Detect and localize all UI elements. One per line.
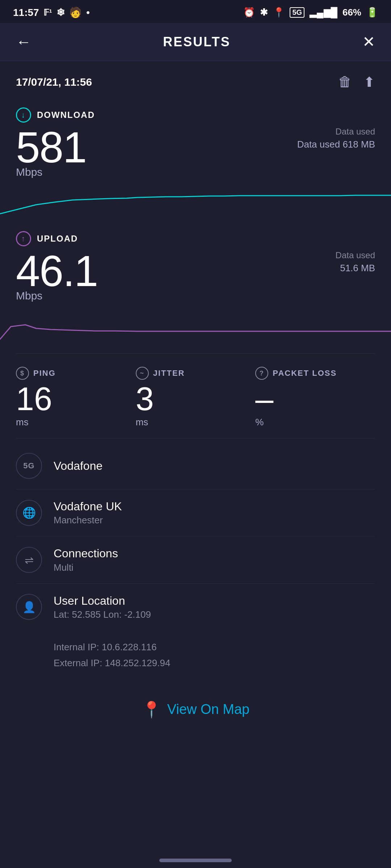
upload-graph [16,305,375,345]
close-button[interactable]: ✕ [362,33,375,51]
date-actions: 🗑 ⬆ [338,74,375,90]
packet-loss-icon: ? [255,367,268,380]
isp-row: 🌐 Vodafone UK Manchester [16,489,375,536]
result-date: 17/07/21, 11:56 [16,76,92,88]
download-graph [16,181,375,221]
time-display: 11:57 [13,7,39,18]
status-left: 11:57 𝔽¹ ❄ 🧑 ● [13,7,90,18]
share-button[interactable]: ⬆ [363,74,375,90]
connections-label: Connections [54,546,118,560]
carrier-name: Vodafone [54,459,102,473]
location-icon: 📍 [273,7,285,18]
ping-value: 16 [16,383,136,415]
ping-icon: $ [16,367,29,380]
bluetooth-icon: ✱ [260,7,268,18]
alarm-icon: ⏰ [243,7,255,18]
packet-loss-value: – [255,383,375,415]
ping-metric: $ PING 16 ms [16,367,136,428]
jitter-icon: ~ [136,367,149,380]
5g-status-icon: 5G [290,7,304,18]
upload-label: ↑ UPLOAD [16,231,375,246]
view-on-map-label: View On Map [167,702,249,717]
download-icon: ↓ [16,107,31,123]
map-pin-icon: 📍 [142,700,161,719]
connections-value: Multi [54,562,118,573]
signal-icon: ▂▄▆█ [310,7,337,18]
main-content: 17/07/21, 11:56 🗑 ⬆ ↓ DOWNLOAD 581 Mbps … [0,61,391,748]
download-label: ↓ DOWNLOAD [16,107,375,123]
battery-icon: 🔋 [366,7,378,18]
connections-icon: ⇌ [16,547,42,573]
connections-row: ⇌ Connections Multi [16,536,375,583]
date-row: 17/07/21, 11:56 🗑 ⬆ [16,61,375,100]
external-ip: External IP: 148.252.129.94 [54,655,375,671]
view-on-map-button[interactable]: 📍 View On Map [16,683,375,748]
jitter-value: 3 [136,383,256,415]
lat-lon: Lat: 52.585 Lon: -2.109 [54,609,151,620]
upload-data-used: Data used51.6 MB [336,249,375,275]
download-section: ↓ DOWNLOAD 581 Mbps Data usedData used 6… [16,100,375,221]
page-title: RESULTS [163,34,230,50]
app-header: ← RESULTS ✕ [0,23,391,61]
status-bar: 11:57 𝔽¹ ❄ 🧑 ● ⏰ ✱ 📍 5G ▂▄▆█ 66% 🔋 [0,0,391,23]
f1-icon: 𝔽¹ [43,8,52,18]
globe-icon: 🌐 [16,500,42,526]
info-section: 5G Vodafone 🌐 Vodafone UK Manchester ⇌ C… [16,438,375,635]
status-right: ⏰ ✱ 📍 5G ▂▄▆█ 66% 🔋 [243,7,378,18]
download-value: 581 [16,125,86,169]
dot-icon: ● [86,9,90,16]
user-icon: 👤 [16,594,42,620]
delete-button[interactable]: 🗑 [338,74,352,90]
jitter-unit: ms [136,417,256,428]
packet-loss-metric: ? PACKET LOSS – % [255,367,375,428]
upload-section: ↑ UPLOAD 46.1 Mbps Data used51.6 MB [16,221,375,345]
isp-name: Vodafone UK [54,499,122,513]
person-icon: 🧑 [69,7,82,18]
metrics-row: $ PING 16 ms ~ JITTER 3 ms ? PACKET LOSS… [16,353,375,438]
location-label: User Location [54,594,151,608]
ip-section: Internal IP: 10.6.228.116 External IP: 1… [16,635,375,682]
internal-ip: Internal IP: 10.6.228.116 [54,639,375,655]
download-data-used: Data usedData used 618 MB [297,125,375,151]
jitter-metric: ~ JITTER 3 ms [136,367,256,428]
isp-location: Manchester [54,515,122,526]
bottom-nav-bar [159,859,232,862]
weather-icon: ❄ [56,7,65,18]
carrier-row: 5G Vodafone [16,443,375,489]
ping-unit: ms [16,417,136,428]
battery-percent: 66% [342,7,361,18]
upload-value: 46.1 [16,249,98,293]
back-button[interactable]: ← [16,33,31,51]
user-location-row: 👤 User Location Lat: 52.585 Lon: -2.109 [16,584,375,630]
5g-badge: 5G [16,453,42,479]
packet-loss-unit: % [255,417,375,428]
upload-icon: ↑ [16,231,31,246]
